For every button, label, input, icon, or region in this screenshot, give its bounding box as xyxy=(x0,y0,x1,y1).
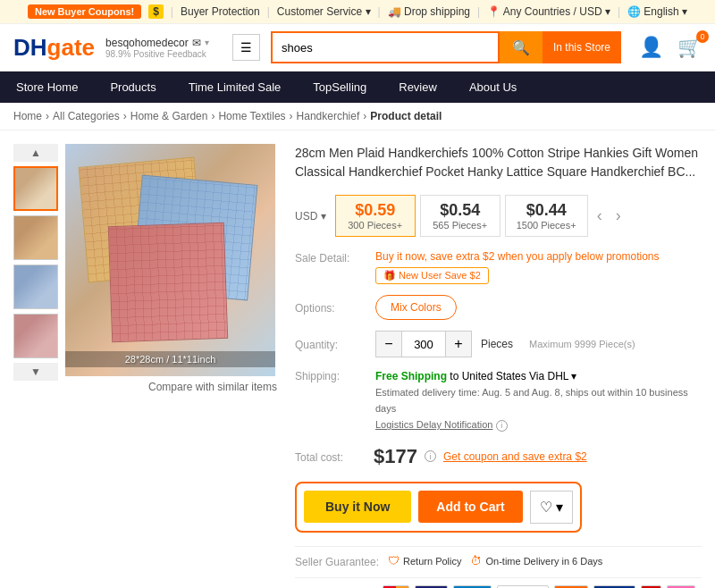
sale-text: Buy it now, save extra $2 when you apply… xyxy=(375,250,660,263)
user-icon[interactable]: 👤 xyxy=(639,36,663,59)
quantity-label: Quantity: xyxy=(295,337,366,351)
currency-selector[interactable]: USD ▾ xyxy=(295,210,326,223)
price-prev-button[interactable]: ‹ xyxy=(593,206,607,225)
nav-review[interactable]: Review xyxy=(383,71,453,103)
thumbnail-4[interactable] xyxy=(13,314,58,358)
main-content: ▲ ▼ 28*28cm / 11*11inch Compare with sim… xyxy=(0,130,715,588)
price-tier-1[interactable]: $0.59 300 Pieces+ xyxy=(335,195,416,237)
total-row: Total cost: $177 i Get coupon and save e… xyxy=(295,445,702,468)
main-image-area: 28*28cm / 11*11inch Compare with similar… xyxy=(65,144,277,588)
country-selector[interactable]: 📍 Any Countries / USD ▾ xyxy=(487,5,610,18)
seller-name: besqohomedecor xyxy=(105,37,189,49)
shipping-row: Shipping: Free Shipping to United States… xyxy=(295,368,702,434)
nav-about-us[interactable]: About Us xyxy=(453,71,533,103)
quantity-input[interactable] xyxy=(401,332,446,357)
thumbnail-2[interactable] xyxy=(13,215,58,260)
price-tier-label-3: 1500 Pieces+ xyxy=(517,220,576,231)
action-area: Buy it Now Add to Cart ♡ ▾ xyxy=(295,482,702,533)
coupon-badge[interactable]: New Buyer Coupons! xyxy=(28,4,141,19)
search-button[interactable]: 🔍 xyxy=(500,31,543,63)
nav-products[interactable]: Products xyxy=(94,71,172,103)
search-input[interactable] xyxy=(271,31,500,63)
heart-icon: ♡ xyxy=(540,499,552,516)
divider-2 xyxy=(295,577,702,578)
logo-area[interactable]: DHgate xyxy=(13,34,95,62)
breadcrumb-home-textiles[interactable]: Home Textiles xyxy=(218,110,285,122)
hamburger-button[interactable]: ☰ xyxy=(232,34,260,61)
cart-count: 0 xyxy=(696,30,709,43)
seller-area: besqohomedecor ✉ ▾ 98.9% Positive Feedba… xyxy=(105,37,222,59)
nav-bar: Store Home Products Time Limited Sale To… xyxy=(0,71,715,103)
price-tier-3[interactable]: $0.44 1500 Pieces+ xyxy=(505,195,588,237)
mix-colors-option[interactable]: Mix Colors xyxy=(375,295,457,320)
compare-link[interactable]: Compare with similar items xyxy=(65,381,277,393)
add-to-cart-button[interactable]: Add to Cart xyxy=(418,491,522,523)
price-tier-label-1: 300 Pieces+ xyxy=(347,220,404,231)
quantity-row: Quantity: − + Pieces Maximum 9999 Piece(… xyxy=(295,331,702,357)
price-amount-1: $0.59 xyxy=(347,201,404,220)
ontime-delivery-item: ⏱ On-time Delivery in 6 Days xyxy=(470,554,602,567)
thumbnails: ▲ ▼ xyxy=(13,144,58,588)
top-banner: New Buyer Coupons! $ | Buyer Protection … xyxy=(0,0,715,24)
price-tier-2[interactable]: $0.54 565 Pieces+ xyxy=(420,195,500,237)
search-area: 🔍 In this Store xyxy=(271,31,621,63)
quantity-controls: − + xyxy=(375,331,472,357)
in-this-store-button[interactable]: In this Store xyxy=(543,31,621,63)
language-selector[interactable]: 🌐 English ▾ xyxy=(627,5,687,18)
thumb-down-button[interactable]: ▼ xyxy=(13,363,58,381)
drop-shipping[interactable]: 🚚 Drop shipping xyxy=(388,5,470,18)
wish-dropdown-icon: ▾ xyxy=(556,499,563,516)
quantity-increase-button[interactable]: + xyxy=(446,332,471,357)
image-label: 28*28cm / 11*11inch xyxy=(65,351,275,367)
cart-icon[interactable]: 🛒 0 xyxy=(677,36,702,59)
shipping-dropdown-icon[interactable]: ▾ xyxy=(571,370,576,382)
nav-time-limited[interactable]: Time Limited Sale xyxy=(172,71,298,103)
buyer-protection: Buyer Protection xyxy=(181,5,260,18)
product-title: 28cm Men Plaid Handkerchiefs 100% Cotton… xyxy=(295,144,702,181)
thumbnail-3[interactable] xyxy=(13,265,58,309)
quantity-decrease-button[interactable]: − xyxy=(376,332,401,357)
feedback-text: 98.9% Positive Feedback xyxy=(105,49,209,59)
breadcrumb-all-categories[interactable]: All Categories xyxy=(53,110,120,122)
mastercard-icon: MC xyxy=(383,585,409,588)
main-product-image: 28*28cm / 11*11inch xyxy=(65,144,275,376)
image-overlay xyxy=(65,144,275,376)
breadcrumb-home[interactable]: Home xyxy=(13,110,42,122)
ontime-delivery-icon: ⏱ xyxy=(470,554,482,567)
logo[interactable]: DHgate xyxy=(13,34,95,62)
logistics-info-icon[interactable]: i xyxy=(496,420,508,432)
sale-detail-label: Sale Detail: xyxy=(295,250,366,265)
total-cost-label: Total cost: xyxy=(295,449,366,464)
visa-icon: VISA xyxy=(415,585,448,588)
thumbnail-1[interactable] xyxy=(13,166,58,211)
price-next-button[interactable]: › xyxy=(611,206,626,225)
seller-dropdown-icon[interactable]: ▾ xyxy=(205,38,209,47)
message-icon[interactable]: ✉ xyxy=(192,37,201,49)
payment-row: Secure Payment: MC VISA AMEX DawnClub DI… xyxy=(295,585,702,588)
return-policy-text: Return Policy xyxy=(403,556,461,567)
breadcrumb-current: Product detail xyxy=(370,110,442,122)
return-policy-item: 🛡 Return Policy xyxy=(388,554,461,567)
logistics-link[interactable]: Logistics Delay Notification xyxy=(375,419,492,430)
nav-store-home[interactable]: Store Home xyxy=(0,71,94,103)
customer-service[interactable]: Customer Service ▾ xyxy=(277,5,371,18)
coupon-link[interactable]: Get coupon and save extra $2 xyxy=(443,450,587,463)
thumb-up-button[interactable]: ▲ xyxy=(13,144,58,162)
buy-now-button[interactable]: Buy it Now xyxy=(304,491,411,523)
shipping-info: Free Shipping to United States Via DHL ▾… xyxy=(375,368,702,434)
nav-topselling[interactable]: TopSelling xyxy=(297,71,383,103)
paypal-icon: PayPal xyxy=(593,585,635,588)
gallery: ▲ ▼ 28*28cm / 11*11inch Compare with sim… xyxy=(13,144,277,588)
shipping-estimate: Estimated delivery time: Aug. 5 and Aug.… xyxy=(375,385,702,416)
breadcrumb-handkerchief[interactable]: Handkerchief xyxy=(297,110,360,122)
wishlist-button[interactable]: ♡ ▾ xyxy=(530,491,573,524)
breadcrumb-home-garden[interactable]: Home & Garden xyxy=(130,110,208,122)
promo-badge[interactable]: 🎁 New User Save $2 xyxy=(375,267,489,284)
free-shipping-text: Free Shipping xyxy=(375,370,447,382)
options-row: Options: Mix Colors xyxy=(295,295,702,320)
product-info: 28cm Men Plaid Handkerchiefs 100% Cotton… xyxy=(295,144,702,588)
quantity-max: Maximum 9999 Piece(s) xyxy=(529,339,635,349)
breadcrumb: Home › All Categories › Home & Garden › … xyxy=(0,103,715,130)
total-info-icon[interactable]: i xyxy=(425,450,436,462)
handkerchief-red xyxy=(108,223,228,342)
